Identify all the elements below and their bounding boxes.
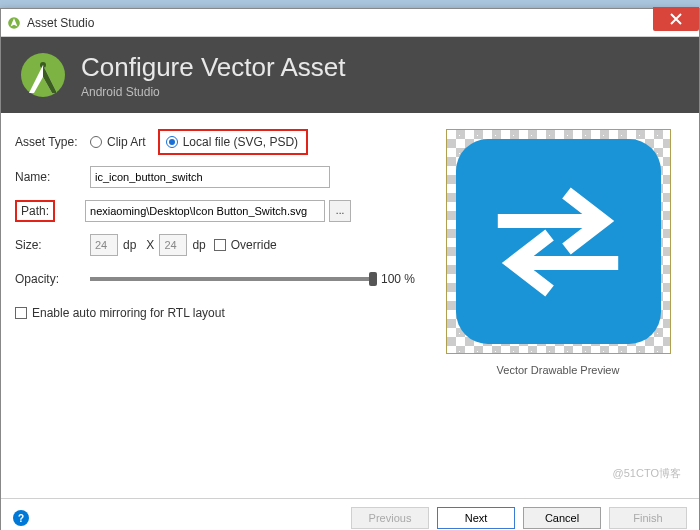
- path-label: Path:: [15, 200, 55, 222]
- preview-label: Vector Drawable Preview: [497, 364, 620, 376]
- size-width-input: [90, 234, 118, 256]
- form-panel: Asset Type: Clip Art Local file (SVG, PS…: [15, 129, 415, 490]
- header-subtitle: Android Studio: [81, 85, 345, 99]
- header: Configure Vector Asset Android Studio: [1, 37, 699, 113]
- browse-button[interactable]: ...: [329, 200, 351, 222]
- help-button[interactable]: ?: [13, 510, 29, 526]
- path-input[interactable]: [85, 200, 325, 222]
- finish-button: Finish: [609, 507, 687, 529]
- footer: ? Previous Next Cancel Finish: [1, 498, 699, 530]
- opacity-value: 100 %: [381, 272, 415, 286]
- dialog-body: Asset Type: Clip Art Local file (SVG, PS…: [1, 113, 699, 498]
- override-checkbox[interactable]: Override: [214, 238, 277, 252]
- radio-dot-icon: [90, 136, 102, 148]
- name-input[interactable]: [90, 166, 330, 188]
- preview-icon-tile: [456, 139, 661, 344]
- next-button[interactable]: Next: [437, 507, 515, 529]
- radio-local-file[interactable]: Local file (SVG, PSD): [158, 129, 308, 155]
- window-title: Asset Studio: [27, 16, 94, 30]
- opacity-slider[interactable]: [90, 277, 373, 281]
- name-label: Name:: [15, 170, 90, 184]
- cancel-button[interactable]: Cancel: [523, 507, 601, 529]
- opacity-label: Opacity:: [15, 272, 90, 286]
- android-studio-logo-icon: [19, 51, 67, 99]
- titlebar: Asset Studio: [1, 9, 699, 37]
- dp-label-1: dp: [123, 238, 136, 252]
- slider-fill: [90, 277, 373, 281]
- header-title: Configure Vector Asset: [81, 52, 345, 83]
- rtl-mirror-checkbox[interactable]: Enable auto mirroring for RTL layout: [15, 306, 225, 320]
- preview-box: [446, 129, 671, 354]
- size-x-label: X: [146, 238, 154, 252]
- switch-arrows-icon: [488, 172, 628, 312]
- watermark-text: @51CTO博客: [613, 466, 681, 481]
- slider-thumb-icon: [369, 272, 377, 286]
- radio-dot-selected-icon: [166, 136, 178, 148]
- app-icon: [7, 16, 21, 30]
- preview-panel: Vector Drawable Preview: [435, 129, 681, 490]
- previous-button: Previous: [351, 507, 429, 529]
- radio-clip-art[interactable]: Clip Art: [90, 135, 146, 149]
- checkbox-icon: [15, 307, 27, 319]
- size-height-input: [159, 234, 187, 256]
- close-icon: [670, 13, 682, 25]
- size-label: Size:: [15, 238, 90, 252]
- asset-type-label: Asset Type:: [15, 135, 90, 149]
- checkbox-icon: [214, 239, 226, 251]
- close-button[interactable]: [653, 7, 699, 31]
- dp-label-2: dp: [192, 238, 205, 252]
- asset-studio-window: Asset Studio Configure Vector Asset Andr…: [0, 8, 700, 530]
